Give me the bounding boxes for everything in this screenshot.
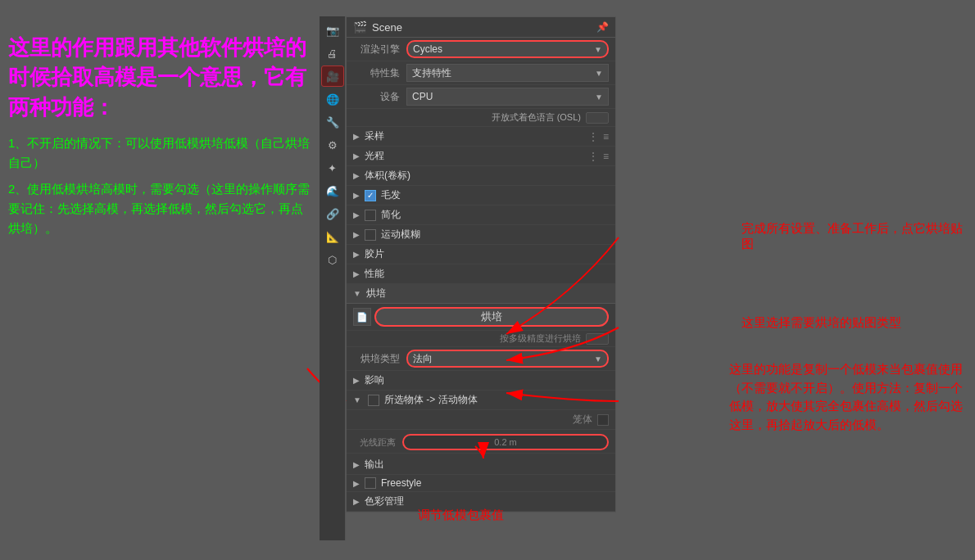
render-engine-label: 渲染引擎 [353,43,406,56]
sidebar-icon-strip: 📷 🖨 🎥 🌐 🔧 ⚙ ✦ 🌊 🔗 📐 ⬡ [320,16,346,540]
bake-main-button[interactable]: 烘培 [374,307,609,327]
right-anno-1: 完成所有设置、准备工作后，点它烘培贴图 [741,221,963,252]
device-label: 设备 [353,90,406,104]
object-data-icon[interactable]: 📐 [321,226,344,247]
bake-section-header[interactable]: ▼ 烘培 [347,284,615,304]
constraints-icon[interactable]: 🔗 [321,203,344,224]
filter-icon[interactable]: 🔧 [321,111,344,133]
influence-label: 影响 [365,373,384,387]
render-icon[interactable]: 📷 [321,20,344,41]
panel-title: Scene [372,21,402,34]
material-icon[interactable]: ⬡ [321,249,344,270]
feature-dropdown-arrow: ▼ [595,69,603,78]
cage-row: 笼体 [347,410,615,430]
sampling-list-icon: ≡ [603,131,609,142]
hair-section[interactable]: ▶ ✓ 毛发 [347,186,615,205]
cage-checkbox[interactable] [597,414,609,426]
motion-blur-label: 运动模糊 [381,228,420,242]
simplify-section[interactable]: ▶ 简化 [347,205,615,225]
feature-set-row: 特性集 支持特性 ▼ [347,61,615,85]
hair-checkbox[interactable]: ✓ [365,190,376,201]
properties-panel: 🎬 Scene 📌 渲染引擎 Cycles ▼ 特性集 支持特性 ▼ 设备 CP… [346,16,616,513]
bake-button-row: 📄 烘培 [347,304,615,331]
output-icon[interactable]: 🖨 [321,43,344,64]
bake-type-arrow: ▼ [594,355,602,364]
bake-icon-button[interactable]: 📄 [353,308,371,326]
hair-label: 毛发 [381,188,401,202]
osl-row: 开放式着色语言 (OSL) [347,109,615,127]
sampling-label: 采样 [365,129,384,143]
output-label: 输出 [365,458,384,472]
panel-icon: 🎬 [353,20,367,34]
device-row: 设备 CPU ▼ [347,85,615,109]
object-icon[interactable]: ⚙ [321,134,344,156]
sampling-section[interactable]: ▶ 采样 ⋮ ≡ [347,127,615,147]
light-menu-icon: ⋮ [588,151,598,162]
sub-text-1: 1、不开启的情况下：可以使用低模烘培低模（自己烘培自己） [8,133,311,173]
panel-header: 🎬 Scene 📌 [347,17,615,38]
ray-distance-input[interactable]: 0.2 m [402,434,609,450]
bake-label: 烘培 [366,287,386,300]
render-engine-row: 渲染引擎 Cycles ▼ [347,38,615,61]
film-section[interactable]: ▶ 胶片 [347,245,615,264]
simplify-label: 简化 [381,208,401,222]
volume-section[interactable]: ▶ 体积(卷标) [347,166,615,186]
freestyle-label: Freestyle [381,477,421,489]
ray-distance-label: 光线距离 [353,436,402,449]
multi-res-row: 按多级精度进行烘培 [347,331,615,347]
osl-toggle[interactable] [586,112,609,124]
scene-icon[interactable]: 🎥 [321,65,344,87]
multi-res-label: 按多级精度进行烘培 [500,332,581,345]
bottom-anno: 调节低模包裹值 [418,508,504,523]
light-label: 光程 [365,149,384,163]
dropdown-arrow: ▼ [594,45,602,54]
motion-blur-section[interactable]: ▶ 运动模糊 [347,225,615,245]
multi-res-toggle[interactable] [586,333,609,345]
right-anno-3: 这里的功能是复制一个低模来当包裹值使用（不需要就不开启）。使用方法：复制一个低模… [729,360,963,434]
simplify-checkbox[interactable] [365,210,376,221]
device-dropdown-arrow: ▼ [595,93,603,102]
pin-icon[interactable]: 📌 [596,21,609,33]
performance-section[interactable]: ▶ 性能 [347,264,615,284]
bake-type-dropdown[interactable]: 法向 ▼ [406,350,609,368]
right-anno-2: 这里选择需要烘培的贴图类型 [741,315,963,331]
osl-label: 开放式着色语言 (OSL) [492,111,581,124]
feature-set-dropdown[interactable]: 支持特性 ▼ [406,64,609,82]
left-annotations: 这里的作用跟用其他软件烘培的时候拾取高模是一个意思，它有两种功能： 1、不开启的… [8,33,311,238]
particles-icon[interactable]: ✦ [321,157,344,178]
color-mgmt-label: 色彩管理 [365,495,404,508]
feature-set-label: 特性集 [353,66,406,80]
cage-label: 笼体 [573,413,592,427]
influence-row[interactable]: ▶ 影响 [347,371,615,391]
selected-to-active-row: ▼ 所选物体 -> 活动物体 [347,391,615,410]
film-label: 胶片 [365,247,384,261]
motion-blur-checkbox[interactable] [365,229,376,241]
sampling-menu-icon: ⋮ [588,131,598,142]
ray-distance-row: 光线距离 0.2 m [347,431,615,454]
sub-text-2: 2、使用低模烘培高模时，需要勾选（这里的操作顺序需要记住：先选择高模，再选择低模… [8,179,311,238]
main-title: 这里的作用跟用其他软件烘培的时候拾取高模是一个意思，它有两种功能： [8,33,311,122]
render-engine-dropdown[interactable]: Cycles ▼ [406,40,609,58]
bake-type-label: 烘培类型 [353,352,406,366]
freestyle-section[interactable]: ▶ Freestyle [347,475,615,492]
light-section[interactable]: ▶ 光程 ⋮ ≡ [347,147,615,166]
view-layer-icon[interactable]: 🌐 [321,88,344,110]
light-list-icon: ≡ [603,151,609,162]
device-dropdown[interactable]: CPU ▼ [406,88,609,106]
freestyle-checkbox[interactable] [365,477,376,489]
output-section[interactable]: ▶ 输出 [347,455,615,475]
physics-icon[interactable]: 🌊 [321,180,344,201]
performance-label: 性能 [365,267,384,281]
bake-type-row: 烘培类型 法向 ▼ [347,347,615,371]
sta-label: 所选物体 -> 活动物体 [384,393,478,407]
sta-checkbox[interactable] [368,395,379,406]
volume-label: 体积(卷标) [365,169,410,183]
